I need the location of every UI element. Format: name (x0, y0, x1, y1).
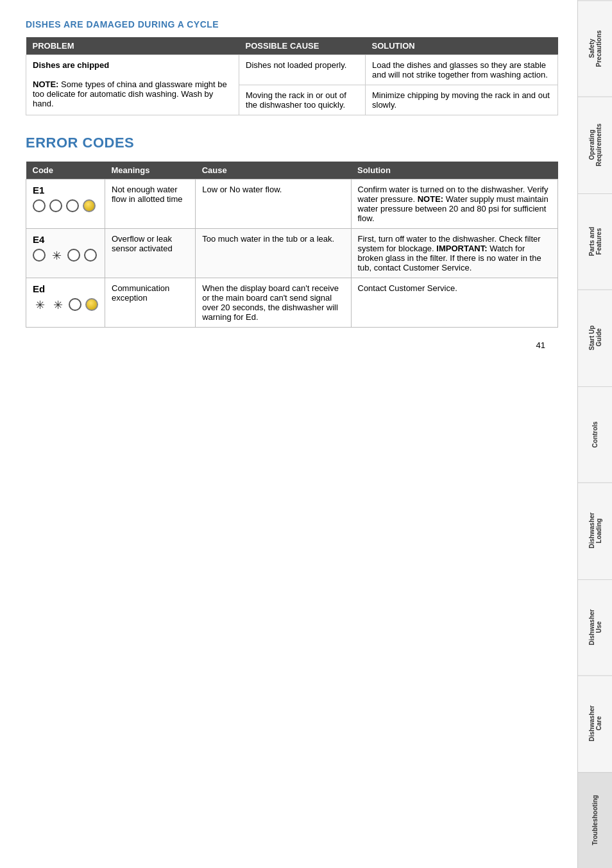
error-code-e1: E1 (33, 185, 98, 196)
error-solution-e4: First, turn off water to the dishwasher.… (351, 229, 558, 278)
error-header-meanings: Meanings (105, 162, 196, 179)
damage-solution-2: Minimize chipping by moving the rack in … (366, 85, 558, 115)
damage-note-label: NOTE: (33, 79, 58, 89)
error-section: ERROR CODES Code Meanings Cause Solution… (26, 135, 558, 328)
damage-note-text: Some types of china and glassware might … (33, 79, 227, 108)
led-ed-1: ✳ (33, 298, 47, 312)
led-ed-2: ✳ (51, 298, 65, 312)
led-e1-4 (83, 199, 96, 212)
sidebar-tab-loading[interactable]: DishwasherLoading (578, 482, 612, 578)
error-code-cell-ed: Ed ✳ ✳ (26, 278, 105, 328)
sidebar-tab-care[interactable]: DishwasherCare (578, 675, 612, 771)
error-header-cause: Cause (196, 162, 351, 179)
error-title: ERROR CODES (26, 135, 558, 151)
sidebar-tab-startup[interactable]: Start UpGuide (578, 289, 612, 385)
error-header-code: Code (26, 162, 105, 179)
error-cause-ed: When the display board can't receive or … (196, 278, 351, 328)
error-row-e1: E1 Not enough water flow in allotted tim… (26, 179, 558, 229)
led-e4-4 (84, 249, 97, 262)
led-e4-1 (33, 249, 46, 262)
error-leds-e1 (33, 199, 98, 212)
error-leds-ed: ✳ ✳ (33, 298, 98, 312)
led-ed-3 (69, 298, 81, 311)
damaged-section: DISHES ARE DAMAGED DURING A CYCLE PROBLE… (26, 19, 558, 115)
page-number: 41 (26, 340, 558, 350)
sidebar-tab-controls[interactable]: Controls (578, 386, 612, 482)
error-solution-ed: Contact Customer Service. (351, 278, 558, 328)
sidebar-tab-safety[interactable]: SafetyPrecautions (578, 0, 612, 96)
led-e1-3 (66, 199, 79, 212)
sidebar-tab-parts[interactable]: Parts andFeatures (578, 193, 612, 289)
damaged-title: DISHES ARE DAMAGED DURING A CYCLE (26, 19, 558, 29)
error-meaning-e1: Not enough water flow in allotted time (105, 179, 196, 229)
important-label-e4: IMPORTANT: (436, 244, 487, 253)
sidebar: SafetyPrecautions OperatingRequirements … (577, 0, 612, 868)
damage-header-cause: POSSIBLE CAUSE (239, 37, 366, 55)
led-e4-2: ✳ (49, 249, 64, 263)
damage-header-problem: PROBLEM (26, 37, 239, 55)
damage-header-solution: SOLUTION (366, 37, 558, 55)
error-table: Code Meanings Cause Solution E1 (26, 162, 558, 328)
error-row-ed: Ed ✳ ✳ Communication exception When the … (26, 278, 558, 328)
led-e4-3 (67, 249, 80, 262)
error-code-e4: E4 (33, 234, 98, 245)
sidebar-tab-use[interactable]: DishwasherUse (578, 579, 612, 675)
damage-solution-1: Load the dishes and glasses so they are … (366, 55, 558, 85)
damage-table: PROBLEM POSSIBLE CAUSE SOLUTION Dishes a… (26, 37, 558, 115)
led-ed-4 (85, 298, 98, 311)
error-solution-e1: Confirm water is turned on to the dishwa… (351, 179, 558, 229)
error-meaning-ed: Communication exception (105, 278, 196, 328)
error-cause-e4: Too much water in the tub or a leak. (196, 229, 351, 278)
error-code-ed: Ed (33, 283, 98, 294)
error-cause-e1: Low or No water flow. (196, 179, 351, 229)
main-content: DISHES ARE DAMAGED DURING A CYCLE PROBLE… (0, 0, 577, 868)
damage-problem-bold: Dishes are chipped (33, 60, 109, 70)
error-code-cell-e1: E1 (26, 179, 105, 229)
note-label-e1: NOTE: (418, 194, 443, 204)
led-e1-2 (49, 199, 62, 212)
error-code-cell-e4: E4 ✳ (26, 229, 105, 278)
sidebar-tab-troubleshooting[interactable]: Troubleshooting (578, 772, 612, 868)
damage-problem-cell: Dishes are chipped NOTE: Some types of c… (26, 55, 239, 115)
led-e1-1 (33, 199, 46, 212)
damage-row-1: Dishes are chipped NOTE: Some types of c… (26, 55, 558, 85)
error-header-solution: Solution (351, 162, 558, 179)
sidebar-tab-operating[interactable]: OperatingRequirements (578, 96, 612, 192)
error-leds-e4: ✳ (33, 249, 98, 263)
damage-cause-1: Dishes not loaded properly. (239, 55, 366, 85)
damage-cause-2: Moving the rack in or out of the dishwas… (239, 85, 366, 115)
error-meaning-e4: Overflow or leak sensor activated (105, 229, 196, 278)
error-row-e4: E4 ✳ Overflow or leak sensor activated T… (26, 229, 558, 278)
